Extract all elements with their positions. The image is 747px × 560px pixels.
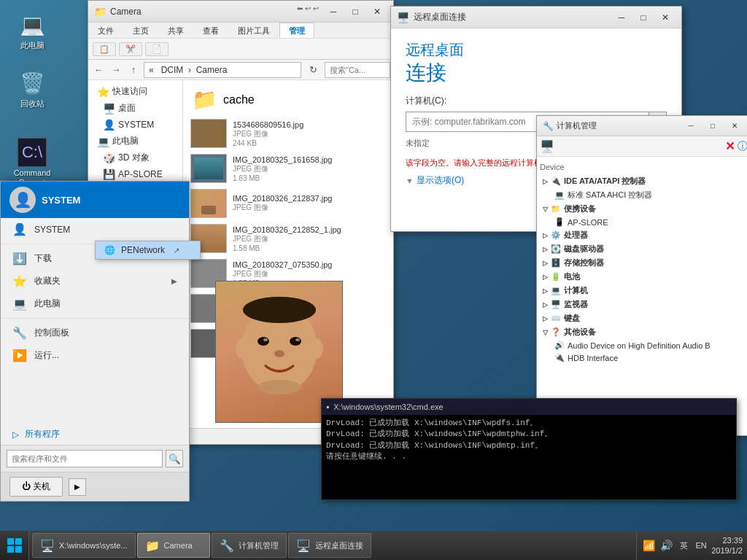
nav-system[interactable]: 👤 SYSTEM bbox=[88, 117, 182, 133]
devmgr-minimize-btn[interactable]: ─ bbox=[681, 119, 701, 133]
img3-type: JPEG 图像 bbox=[233, 203, 386, 213]
refresh-button[interactable]: ↻ bbox=[304, 63, 322, 77]
startmenu-item-favorites[interactable]: ⭐ 收藏夹 ▶ bbox=[1, 270, 189, 292]
devmgr-label: Device bbox=[537, 160, 747, 174]
nav-thispc[interactable]: 💻 此电脑 bbox=[88, 133, 182, 149]
devmgr-controls: ─ □ ✕ bbox=[681, 119, 745, 133]
tab-view[interactable]: 查看 bbox=[193, 23, 228, 38]
battery-icon: 🔋 bbox=[551, 272, 561, 281]
rdc-maximize-btn[interactable]: □ bbox=[633, 10, 654, 25]
svg-point-3 bbox=[290, 337, 301, 346]
img4-info: IMG_20180326_212852_1.jpg JPEG 图像 1.58 M… bbox=[233, 225, 386, 252]
devmgr-apslore-item[interactable]: 📱 AP-SLORE bbox=[537, 216, 747, 228]
tray-time: 23:39 2019/1/2 bbox=[711, 535, 743, 556]
list-item-img1[interactable]: 1534686809516.jpg JPEG 图像 244 KB bbox=[186, 116, 390, 151]
devmgr-sata-item[interactable]: 💻 标准 SATA AHCI 控制器 bbox=[537, 188, 747, 202]
power-arrow-btn[interactable]: ▶ bbox=[69, 478, 86, 496]
close-button[interactable]: ✕ bbox=[367, 4, 387, 19]
search-input[interactable] bbox=[325, 62, 390, 78]
devmgr-disk-category[interactable]: ▷ 💽 磁盘驱动器 bbox=[537, 242, 747, 256]
taskbar-item-devmgr[interactable]: 🔧 计算机管理 bbox=[212, 533, 287, 558]
taskbar-item-rdc[interactable]: 🖥️ 远程桌面连接 bbox=[288, 533, 371, 558]
tab-home[interactable]: 主页 bbox=[123, 23, 158, 38]
devmgr-audio-item[interactable]: 🔊 Audio Device on High Definition Audio … bbox=[537, 339, 747, 351]
desktop-icon-recycle[interactable]: 🗑️ 回收站 bbox=[6, 66, 58, 112]
devmgr-ide-category[interactable]: ▷ 🔌 IDE ATA/ATAPI 控制器 bbox=[537, 174, 747, 188]
svg-point-9 bbox=[309, 338, 323, 359]
rdc-minimize-btn[interactable]: ─ bbox=[611, 10, 632, 25]
rdc-close-btn[interactable]: ✕ bbox=[655, 10, 676, 25]
list-item-img4[interactable]: IMG_20180326_212852_1.jpg JPEG 图像 1.58 M… bbox=[186, 221, 390, 256]
rdc-options-link[interactable]: 显示选项(O) bbox=[417, 174, 464, 187]
start-button[interactable] bbox=[0, 531, 29, 560]
devmgr-processor-category[interactable]: ▷ ⚙️ 处理器 bbox=[537, 228, 747, 242]
list-item-img2[interactable]: IMG_20180325_161658.jpg JPEG 图像 1.63 MB bbox=[186, 151, 390, 186]
devmgr-keyboard-category[interactable]: ▷ ⌨️ 键盘 bbox=[537, 311, 747, 325]
hdb-label: HDB Interface bbox=[568, 354, 618, 362]
other-label: 其他设备 bbox=[564, 327, 596, 338]
desktop-icon-thispc[interactable]: 💻 此电脑 bbox=[6, 7, 58, 53]
address-path[interactable]: « DCIM › Camera bbox=[144, 62, 301, 78]
devmgr-computer-category[interactable]: ▷ 💻 计算机 bbox=[537, 284, 747, 298]
start-search-btn[interactable]: 🔍 bbox=[166, 450, 183, 467]
taskbar-camera-label: Camera bbox=[164, 541, 193, 550]
maximize-button[interactable]: □ bbox=[345, 4, 365, 19]
forward-button[interactable]: → bbox=[109, 63, 123, 77]
tab-manage[interactable]: 管理 bbox=[279, 23, 314, 38]
power-icon: ⏻ bbox=[22, 481, 33, 491]
back-button[interactable]: ← bbox=[91, 63, 106, 77]
nav-apslore[interactable]: 💾 AP-SLORE bbox=[88, 166, 182, 182]
shutdown-button[interactable]: ⏻ 关机 bbox=[9, 477, 63, 497]
startmenu-run-label: 运行... bbox=[34, 349, 59, 362]
devmgr-monitor-category[interactable]: ▷ 🖥️ 监视器 bbox=[537, 298, 747, 311]
nav-desktop[interactable]: 🖥️ 桌面 bbox=[88, 100, 182, 117]
proc-label: 处理器 bbox=[564, 230, 588, 241]
startmenu-all-programs[interactable]: ▷ 所有程序 bbox=[1, 424, 189, 445]
quickaccess-label: 快速访问 bbox=[112, 85, 147, 98]
tray-lang-icon[interactable]: EN bbox=[694, 538, 708, 553]
taskbar-item-cmd[interactable]: 🖥️ X:\windows\syste... bbox=[32, 533, 136, 558]
apslore-label: AP-SLORE bbox=[118, 169, 163, 179]
ribbon-btn-1[interactable]: 📋 bbox=[93, 42, 116, 56]
ribbon-btn-3[interactable]: 📄 bbox=[145, 42, 169, 56]
img2-name: IMG_20180325_161658.jpg bbox=[233, 155, 386, 164]
pe-network-item[interactable]: 🌐 PENetwork ↗ bbox=[96, 241, 200, 259]
minimize-button[interactable]: ─ bbox=[323, 4, 344, 19]
startmenu-item-system[interactable]: 👤 SYSTEM bbox=[1, 218, 189, 241]
startmenu-item-run[interactable]: ▶️ 运行... bbox=[1, 344, 189, 367]
tab-picture-tools[interactable]: 图片工具 bbox=[228, 23, 279, 38]
taskbar-item-camera[interactable]: 📁 Camera bbox=[137, 533, 210, 558]
up-button[interactable]: ↑ bbox=[126, 63, 141, 77]
computer-cat-label: 计算机 bbox=[564, 285, 588, 296]
pe-network-icon: 🌐 bbox=[104, 245, 115, 255]
tray-network-icon[interactable]: 📶 bbox=[641, 538, 656, 553]
devmgr-toolbar: 🖥️ ✕ ⓘ bbox=[537, 136, 747, 157]
startmenu-item-controlpanel[interactable]: 🔧 控制面板 bbox=[1, 322, 189, 344]
tab-file[interactable]: 文件 bbox=[88, 23, 123, 38]
list-item-cache[interactable]: 📁 cache bbox=[186, 83, 390, 116]
other-icon: ❓ bbox=[551, 327, 561, 337]
3d-label: 3D 对象 bbox=[118, 152, 150, 164]
tray-ime-icon[interactable]: 英 bbox=[676, 538, 691, 553]
list-item-img3[interactable]: IMG_20180326_212837.jpg JPEG 图像 bbox=[186, 186, 390, 221]
devmgr-hdb-item[interactable]: 🔌 HDB Interface bbox=[537, 351, 747, 364]
devmgr-portable-category[interactable]: ▽ 📁 便携设备 bbox=[537, 202, 747, 216]
devmgr-maximize-btn[interactable]: □ bbox=[703, 119, 723, 133]
ribbon-btn-2[interactable]: ✂️ bbox=[119, 42, 142, 56]
startmenu-run-icon: ▶️ bbox=[12, 349, 27, 362]
nav-quickaccess[interactable]: ⭐ 快速访问 bbox=[88, 83, 182, 100]
devmgr-close-btn[interactable]: ✕ bbox=[724, 119, 745, 133]
pe-network-label: PENetwork bbox=[121, 245, 165, 255]
devmgr-storage-category[interactable]: ▷ 🗄️ 存储控制器 bbox=[537, 256, 747, 270]
devmgr-other-category[interactable]: ▽ ❓ 其他设备 bbox=[537, 325, 747, 339]
nav-3dobjects[interactable]: 🎲 3D 对象 bbox=[88, 149, 182, 166]
hdb-icon: 🔌 bbox=[554, 353, 565, 362]
tab-share[interactable]: 共享 bbox=[158, 23, 193, 38]
devmgr-title-text: 计算机管理 bbox=[557, 120, 597, 131]
cache-label: cache bbox=[223, 93, 255, 106]
tray-volume-icon[interactable]: 🔊 bbox=[659, 538, 673, 553]
start-search-input[interactable] bbox=[7, 450, 163, 467]
startmenu-search: 🔍 bbox=[1, 445, 189, 472]
devmgr-battery-category[interactable]: ▷ 🔋 电池 bbox=[537, 270, 747, 284]
startmenu-item-thispc[interactable]: 💻 此电脑 bbox=[1, 292, 189, 315]
